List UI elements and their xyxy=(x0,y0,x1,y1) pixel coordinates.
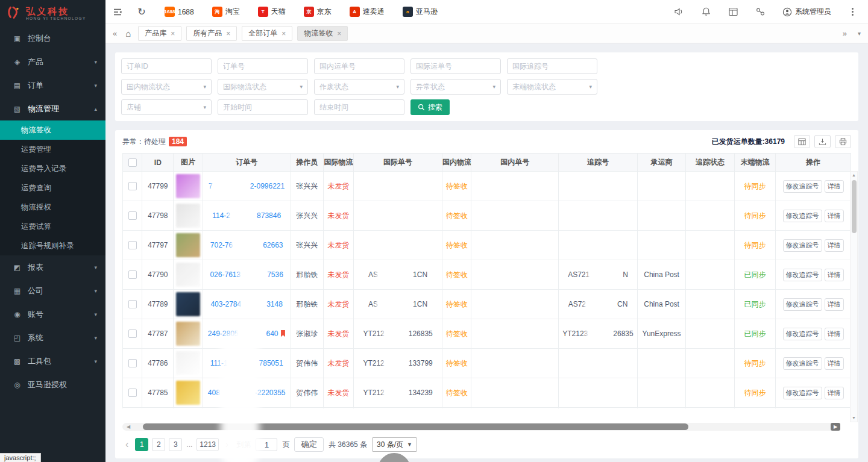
column-header[interactable]: 末端物流 xyxy=(734,154,775,172)
confirm-page-button[interactable]: 确定 xyxy=(294,437,324,452)
platform-aliexpress[interactable]: A 速卖通 xyxy=(350,7,385,17)
column-header[interactable]: 图片 xyxy=(174,154,203,172)
edit-tracking-button[interactable]: 修改追踪号 xyxy=(783,239,822,252)
scroll-up-icon[interactable]: ▲ xyxy=(852,172,856,179)
column-header[interactable]: 国内单号 xyxy=(471,154,559,172)
print-button[interactable] xyxy=(835,135,851,148)
row-checkbox[interactable] xyxy=(128,359,137,367)
order-number-link[interactable]: 026-76137536 xyxy=(210,270,283,279)
tab-all-orders[interactable]: 全部订单 × xyxy=(242,26,292,41)
product-image[interactable] xyxy=(176,322,200,346)
sidebar-item-freight-manage[interactable]: 运费管理 xyxy=(0,140,105,159)
platform-1688[interactable]: 1688 1688 xyxy=(165,7,194,17)
intl-tracking-no-input[interactable] xyxy=(507,58,597,74)
platform-taobao[interactable]: 淘 淘宝 xyxy=(212,7,240,17)
sidebar-item-freight-trial[interactable]: 运费试算 xyxy=(0,217,105,236)
order-number-link[interactable]: 408-2220355 xyxy=(208,389,286,397)
column-header[interactable]: 操作员 xyxy=(291,154,323,172)
platform-tmall[interactable]: T 天猫 xyxy=(258,7,286,17)
horizontal-scroll-thumb[interactable] xyxy=(143,423,688,430)
detail-button[interactable]: 详情 xyxy=(825,269,844,281)
detail-button[interactable]: 详情 xyxy=(825,239,844,252)
product-image[interactable] xyxy=(176,263,200,287)
row-checkbox[interactable] xyxy=(128,300,137,308)
detail-button[interactable]: 详情 xyxy=(825,210,844,222)
row-checkbox[interactable] xyxy=(128,389,137,397)
sidebar-item-freight-import-log[interactable]: 运费导入记录 xyxy=(0,159,105,178)
detail-button[interactable]: 详情 xyxy=(825,298,844,311)
platform-amazon[interactable]: a 亚马逊 xyxy=(403,7,438,17)
sidebar-item-logistics-receipt[interactable]: 物流签收 xyxy=(0,120,105,140)
sidebar-item-account[interactable]: ◉ 账号 ▾ xyxy=(0,302,105,326)
export-button[interactable] xyxy=(814,135,831,148)
apps-nodes-icon[interactable] xyxy=(755,7,766,17)
close-icon[interactable]: × xyxy=(337,30,341,37)
order-number-link[interactable]: 249-2805640 xyxy=(208,329,278,338)
column-header[interactable]: 承运商 xyxy=(637,154,685,172)
edit-tracking-button[interactable]: 修改追踪号 xyxy=(783,298,822,311)
detail-button[interactable]: 详情 xyxy=(825,387,844,399)
close-icon[interactable]: × xyxy=(226,30,230,37)
order-id-input[interactable] xyxy=(121,58,212,74)
goto-page-input[interactable] xyxy=(256,438,277,451)
order-number-link[interactable]: 114-2873846 xyxy=(212,211,281,220)
tab-logistics-receipt[interactable]: 物流签收 × xyxy=(297,26,348,41)
column-header[interactable]: 国际单号 xyxy=(354,154,442,172)
column-header[interactable]: 追踪状态 xyxy=(686,154,734,172)
tab-all-products[interactable]: 所有产品 × xyxy=(186,26,237,41)
close-icon[interactable]: × xyxy=(281,30,286,37)
order-number-link[interactable]: 111-1785051 xyxy=(210,359,283,367)
next-page-button[interactable]: › xyxy=(222,440,231,449)
sidebar-item-freight-query[interactable]: 运费查询 xyxy=(0,178,105,198)
tabs-menu-icon[interactable]: ▾ xyxy=(857,30,862,37)
column-header[interactable]: 追踪号 xyxy=(559,154,638,172)
sidebar-item-order[interactable]: ▤ 订单 ▾ xyxy=(0,73,105,97)
platform-jd[interactable]: 京 京东 xyxy=(304,7,332,17)
tab-product-library[interactable]: 产品库 × xyxy=(138,26,181,41)
page-3-button[interactable]: 3 xyxy=(169,438,182,451)
column-header[interactable]: 国际物流 xyxy=(323,154,353,172)
scroll-right-icon[interactable]: ▶ xyxy=(831,423,840,431)
search-button[interactable]: 搜索 xyxy=(410,99,450,115)
edit-tracking-button[interactable]: 修改追踪号 xyxy=(783,328,822,340)
order-no-input[interactable] xyxy=(218,58,308,74)
product-image[interactable] xyxy=(176,351,200,375)
product-image[interactable] xyxy=(176,233,200,257)
page-1213-button[interactable]: 1213 xyxy=(197,438,219,451)
exception-status-select[interactable]: 异常状态▾ xyxy=(410,79,501,95)
product-image[interactable] xyxy=(176,381,200,405)
row-checkbox[interactable] xyxy=(128,211,137,220)
row-checkbox[interactable] xyxy=(128,241,137,249)
sidebar-item-logistics[interactable]: ▧ 物流管理 ▴ xyxy=(0,97,105,120)
speaker-icon[interactable] xyxy=(674,7,684,17)
horizontal-scrollbar[interactable]: ◀ ▶ xyxy=(122,423,840,431)
sidebar-item-console[interactable]: ▣ 控制台 xyxy=(0,27,105,50)
column-header[interactable]: 国内物流 xyxy=(442,154,471,172)
menu-fold-icon[interactable] xyxy=(105,0,130,24)
order-number-link[interactable]: 72-0996221 xyxy=(209,182,285,190)
user-menu[interactable]: 系统管理员 xyxy=(782,7,831,17)
brand-logo[interactable]: 弘义科技 HONG YI TECHNOLOGY xyxy=(0,0,105,27)
intl-logistics-status-select[interactable]: 国际物流状态▾ xyxy=(218,79,308,95)
tabs-scroll-right-icon[interactable]: » xyxy=(841,29,848,38)
detail-button[interactable]: 详情 xyxy=(825,357,844,370)
void-status-select[interactable]: 作废状态▾ xyxy=(314,79,404,95)
scroll-down-icon[interactable]: ▼ xyxy=(852,414,856,422)
tabs-scroll-left-icon[interactable]: « xyxy=(112,29,118,38)
product-image[interactable] xyxy=(176,174,200,198)
edit-tracking-button[interactable]: 修改追踪号 xyxy=(783,210,822,222)
product-image[interactable] xyxy=(176,292,200,316)
row-checkbox[interactable] xyxy=(128,329,137,338)
shop-select[interactable]: 店铺▾ xyxy=(121,99,212,115)
end-time-input[interactable] xyxy=(314,99,404,115)
domestic-logistics-status-select[interactable]: 国内物流状态▾ xyxy=(121,79,212,95)
prev-page-button[interactable]: ‹ xyxy=(122,440,131,449)
more-menu-icon[interactable] xyxy=(848,5,857,18)
column-header[interactable]: ID xyxy=(142,154,174,172)
column-setting-button[interactable] xyxy=(794,135,810,148)
vertical-scrollbar[interactable]: ▲ ▼ xyxy=(850,171,858,422)
select-all-checkbox[interactable] xyxy=(128,158,137,167)
sidebar-item-logistics-auth[interactable]: 物流授权 xyxy=(0,198,105,217)
order-number-link[interactable]: 403-27843148 xyxy=(210,300,282,308)
column-header[interactable]: 订单号 xyxy=(203,154,291,172)
